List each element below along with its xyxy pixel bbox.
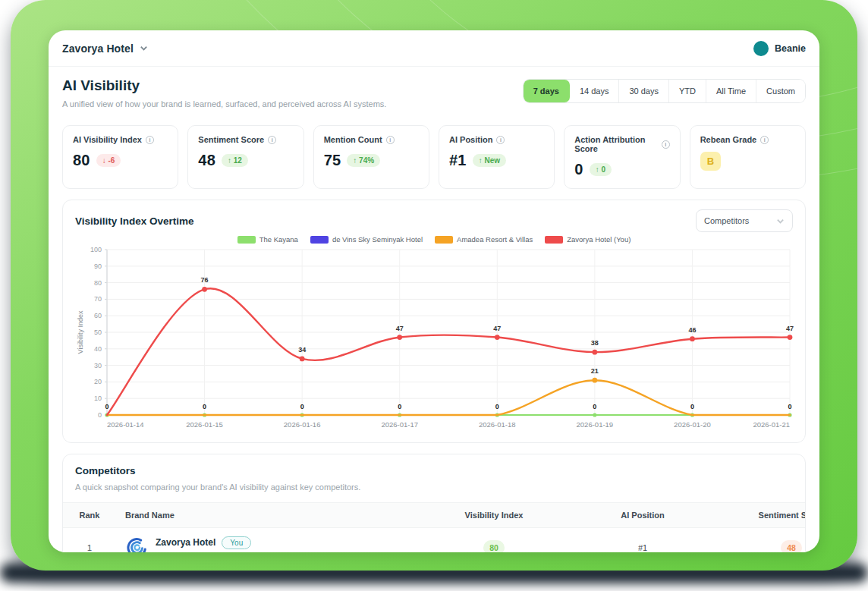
y-tick-label: 10 (94, 395, 102, 402)
y-tick-label: 80 (94, 279, 102, 287)
zero-label: 0 (300, 403, 304, 410)
table-row[interactable]: 1Zavorya HotelYouhttps://www.zavoryahote… (63, 528, 805, 552)
legend-item: The Kayana (237, 235, 298, 244)
column-header-ai-position: AI Position (568, 511, 717, 520)
legend-swatch (545, 236, 563, 244)
brand-url[interactable]: https://www.zavoryahotel.com/ (156, 552, 258, 553)
metric-label-text: Action Attribution Score (574, 135, 657, 153)
legend-item: de Vins Sky Seminyak Hotel (310, 235, 423, 244)
chart-header: Visibility Index Overtime Competitors (75, 209, 793, 232)
legend-swatch (310, 236, 329, 244)
zero-label: 0 (398, 403, 401, 410)
brand-logo (125, 536, 148, 552)
legend-label: Amadea Resort & Villas (457, 235, 533, 244)
title-block: AI Visibility A unified view of how your… (62, 77, 386, 108)
competitors-dropdown[interactable]: Competitors (696, 209, 793, 232)
visibility-chart-panel: Visibility Index Overtime Competitors Th… (62, 200, 806, 443)
time-filter-all-time[interactable]: All Time (706, 80, 756, 102)
data-label: 47 (493, 325, 501, 332)
metric-badge: ↑ New (473, 154, 506, 167)
info-icon[interactable]: i (496, 136, 505, 144)
data-point (592, 350, 597, 355)
app-header: Zavorya Hotel Beanie (49, 30, 819, 67)
time-filter-30-days[interactable]: 30 days (619, 80, 669, 102)
metric-label-text: Rebean Grade (700, 135, 757, 144)
time-filter-ytd[interactable]: YTD (669, 80, 706, 102)
metric-card-rebean-grade: Rebean GradeiB (690, 125, 806, 189)
data-point (495, 335, 500, 340)
competitors-panel: Competitors A quick snapshot comparing y… (62, 454, 806, 552)
user-name: Beanie (775, 43, 806, 54)
page: Zavorya Hotel Beanie AI Visibility A uni… (0, 0, 868, 591)
x-tick-label: 2026-01-21 (753, 420, 790, 429)
zero-label: 0 (788, 403, 791, 410)
metric-value-row: 80↓ -6 (73, 152, 168, 169)
legend-label: de Vins Sky Seminyak Hotel (332, 235, 423, 244)
metric-label: AI Positioni (449, 135, 544, 144)
sentiment-score-cell: 48 (717, 540, 806, 552)
metric-label: Mention Counti (324, 135, 419, 144)
metric-value-row: 0↑ 0 (574, 161, 669, 178)
y-axis-label: Visibility Index (77, 310, 84, 354)
sentiment-score-pill: 48 (781, 540, 802, 552)
info-icon[interactable]: i (662, 140, 670, 149)
table-header-row: RankBrand NameVisibility IndexAI Positio… (63, 502, 805, 528)
column-header-visibility-index: Visibility Index (420, 511, 568, 520)
metric-value-row: 75↑ 74% (324, 152, 419, 169)
info-icon[interactable]: i (386, 136, 395, 144)
app-window: Zavorya Hotel Beanie AI Visibility A uni… (49, 30, 819, 552)
series-line-zavorya-hotel-you- (107, 288, 790, 415)
legend-item: Amadea Resort & Villas (435, 235, 533, 244)
data-label: 46 (688, 326, 696, 334)
metric-label-text: AI Visibility Index (73, 135, 142, 144)
info-icon[interactable]: i (146, 136, 154, 144)
page-title: AI Visibility (62, 77, 386, 94)
x-tick-label: 2026-01-20 (674, 420, 711, 429)
chart-title: Visibility Index Overtime (75, 215, 194, 227)
dropdown-label: Competitors (704, 216, 749, 225)
metric-badge: ↑ 74% (347, 154, 380, 167)
competitors-subtitle: A quick snapshot comparing your brand's … (63, 483, 805, 492)
legend-label: Zavorya Hotel (You) (567, 235, 631, 244)
info-icon[interactable]: i (760, 136, 769, 144)
x-tick-label: 2026-01-16 (284, 420, 321, 429)
x-tick-label: 2026-01-18 (479, 420, 516, 429)
info-icon[interactable]: i (268, 136, 276, 144)
user-chip[interactable]: Beanie (753, 41, 806, 56)
data-label: 47 (786, 325, 794, 332)
metric-label: Sentiment Scorei (198, 135, 293, 144)
y-tick-label: 40 (94, 345, 102, 353)
time-filter-14-days[interactable]: 14 days (570, 80, 620, 102)
data-point (690, 336, 695, 341)
chevron-down-icon (140, 44, 148, 52)
page-subtitle: A unified view of how your brand is lear… (62, 99, 386, 108)
ai-position-cell: #1 (568, 543, 717, 552)
zero-label: 0 (593, 403, 596, 410)
time-range-filter: 7 days14 days30 daysYTDAll TimeCustom (523, 79, 806, 103)
data-point (593, 413, 596, 417)
brand-cell-wrap: Zavorya HotelYouhttps://www.zavoryahotel… (116, 536, 420, 553)
column-header-brand-name: Brand Name (116, 511, 420, 520)
chart-legend: The Kayanade Vins Sky Seminyak HotelAmad… (75, 235, 793, 244)
metric-badge: ↓ -6 (96, 154, 121, 167)
table-body: 1Zavorya HotelYouhttps://www.zavoryahote… (63, 528, 805, 552)
metric-label-text: Sentiment Score (198, 135, 264, 144)
y-tick-label: 50 (94, 329, 102, 336)
metric-badge: ↑ 12 (222, 154, 248, 167)
metric-label: AI Visibility Indexi (73, 135, 168, 144)
legend-label: The Kayana (259, 235, 298, 244)
time-filter-custom[interactable]: Custom (756, 80, 805, 102)
time-filter-7-days[interactable]: 7 days (524, 80, 570, 102)
metric-value-row: B (700, 152, 795, 171)
brand-cell: Zavorya HotelYouhttps://www.zavoryahotel… (125, 536, 420, 553)
y-tick-label: 90 (94, 262, 102, 270)
legend-swatch (237, 236, 256, 244)
competitors-table: RankBrand NameVisibility IndexAI Positio… (63, 502, 805, 552)
brand-switcher[interactable]: Zavorya Hotel (62, 42, 148, 55)
metric-value-row: 48↑ 12 (198, 152, 293, 169)
data-point (592, 378, 597, 383)
metric-card-mention-count: Mention Counti75↑ 74% (313, 125, 429, 189)
metric-card-ai-visibility-index: AI Visibility Indexi80↓ -6 (62, 125, 178, 189)
visibility-index-cell: 80 (420, 540, 568, 552)
y-tick-label: 20 (94, 378, 102, 385)
